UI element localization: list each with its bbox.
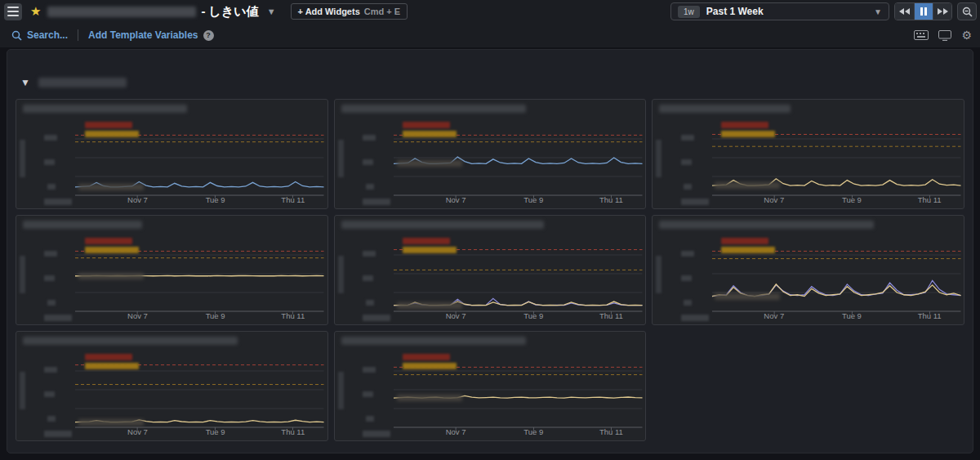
search-label: Search... [27,29,68,41]
y-tick-redacted [44,159,55,165]
keyboard-shortcuts-icon[interactable] [914,30,929,40]
y-tick-redacted [366,184,374,190]
x-axis: Nov 7 Tue 9 Thu 11 [16,427,327,439]
favorite-star-icon[interactable]: ★ [30,4,41,19]
y-axis-title-redacted [20,256,25,293]
y-tick-redacted [47,300,56,306]
y-tick-redacted [44,251,57,257]
dashboard-title[interactable]: - しきい値 ▼ [47,4,275,20]
timeseries-plot[interactable]: Nov 7 Tue 9 Thu 11 [16,117,327,208]
dashboard-canvas: ▼ Nov 7 Tue 9 Thu 11 [7,49,973,453]
x-tick-label: Thu 11 [599,427,623,436]
chart-legend-redacted [85,354,139,369]
rewind-button[interactable] [895,3,914,20]
timeseries-plot[interactable]: Nov 7 Tue 9 Thu 11 [16,233,327,324]
widget-grid: Nov 7 Tue 9 Thu 11 Nov 7 Tue 9 Thu 11 [7,94,973,441]
y-tick-redacted [47,184,56,190]
timeseries-plot[interactable]: Nov 7 Tue 9 Thu 11 [16,349,327,440]
chart-widget-3[interactable]: Nov 7 Tue 9 Thu 11 [652,99,964,209]
x-tick-label: Tue 9 [523,427,543,436]
legend-warning-redacted [403,247,457,253]
x-tick-label: Thu 11 [918,311,942,320]
time-range-badge: 1w [678,6,700,18]
series-label-redacted [78,419,144,426]
x-tick-label: Tue 9 [523,195,543,204]
timeseries-plot[interactable]: Nov 7 Tue 9 Thu 11 [335,117,646,208]
chart-widget-1[interactable]: Nov 7 Tue 9 Thu 11 [16,99,328,209]
chart-widget-2[interactable]: Nov 7 Tue 9 Thu 11 [334,99,647,209]
legend-warning-redacted [403,363,457,369]
search-control[interactable]: Search... [11,29,68,41]
chart-widget-8[interactable]: Nov 7 Tue 9 Thu 11 [334,331,647,441]
add-widgets-button[interactable]: + Add Widgets Cmd + E [291,3,408,20]
timeseries-plot[interactable]: Nov 7 Tue 9 Thu 11 [335,349,646,440]
x-axis: Nov 7 Tue 9 Thu 11 [653,195,964,207]
y-tick-redacted [363,391,373,397]
x-tick-label: Nov 7 [446,195,466,204]
legend-warning-redacted [85,363,139,369]
chart-widget-7[interactable]: Nov 7 Tue 9 Thu 11 [16,331,328,441]
y-tick-redacted [44,275,55,281]
chart-widget-6[interactable]: Nov 7 Tue 9 Thu 11 [652,215,964,325]
series-label-redacted [397,395,462,401]
widget-title-redacted [341,337,526,345]
y-tick-redacted [363,159,373,165]
x-tick-label: Tue 9 [523,311,543,320]
series-label-redacted [715,293,780,300]
legend-warning-redacted [85,131,139,137]
x-axis: Nov 7 Tue 9 Thu 11 [335,311,646,323]
y-tick-redacted [44,391,55,397]
y-tick-redacted [363,275,373,281]
section-header-cpu-memory[interactable]: ▼ [7,50,973,94]
x-tick-label: Nov 7 [764,311,784,320]
dashboard-title-suffix: - しきい値 [201,4,258,20]
chart-legend-redacted [85,122,139,137]
legend-warning-redacted [85,247,139,253]
timeseries-plot[interactable]: Nov 7 Tue 9 Thu 11 [653,117,964,208]
x-tick-label: Tue 9 [842,311,862,320]
timeseries-plot[interactable]: Nov 7 Tue 9 Thu 11 [335,233,646,324]
add-template-variables-link[interactable]: Add Template Variables [88,29,198,41]
top-bar: ★ - しきい値 ▼ + Add Widgets Cmd + E 1w Past… [0,0,980,23]
widget-title [335,100,646,117]
widget-title-redacted [341,105,526,113]
y-axis-title-redacted [656,140,662,177]
menu-icon[interactable] [4,3,22,20]
zoom-out-button[interactable] [957,2,977,20]
widget-title [16,216,327,233]
search-icon [11,30,22,41]
legend-critical-redacted [721,122,768,128]
forward-button[interactable] [933,3,951,20]
section-title-redacted [38,78,127,87]
y-axis-title-redacted [20,372,25,409]
x-tick-label: Nov 7 [127,195,148,204]
y-tick-redacted [681,251,694,257]
x-tick-label: Thu 11 [281,427,305,436]
widget-title-redacted [659,221,874,229]
chart-widget-4[interactable]: Nov 7 Tue 9 Thu 11 [16,215,328,325]
y-tick-redacted [366,416,374,422]
series-label-redacted [397,302,462,309]
x-tick-label: Thu 11 [281,311,305,320]
widget-title [16,332,327,349]
y-tick-redacted [44,367,57,373]
tv-mode-icon[interactable] [938,30,951,41]
chevron-down-icon[interactable]: ▼ [267,7,276,16]
chart-legend-redacted [85,238,139,253]
chart-legend-redacted [403,238,457,253]
x-tick-label: Nov 7 [446,427,466,436]
time-range-picker[interactable]: 1w Past 1 Week ▼ [670,2,889,20]
help-icon[interactable]: ? [203,30,214,41]
gear-icon[interactable]: ⚙ [961,29,972,41]
x-tick-label: Nov 7 [127,311,148,320]
y-tick-redacted [363,135,376,141]
timeseries-plot[interactable]: Nov 7 Tue 9 Thu 11 [653,233,964,324]
legend-critical-redacted [85,122,132,128]
chevron-down-icon: ▼ [20,77,30,88]
chart-widget-5[interactable]: Nov 7 Tue 9 Thu 11 [334,215,647,325]
pause-button[interactable] [914,3,933,20]
widget-title [653,216,964,233]
legend-warning-redacted [721,247,775,253]
x-tick-label: Nov 7 [764,195,784,204]
x-axis: Nov 7 Tue 9 Thu 11 [16,311,327,323]
